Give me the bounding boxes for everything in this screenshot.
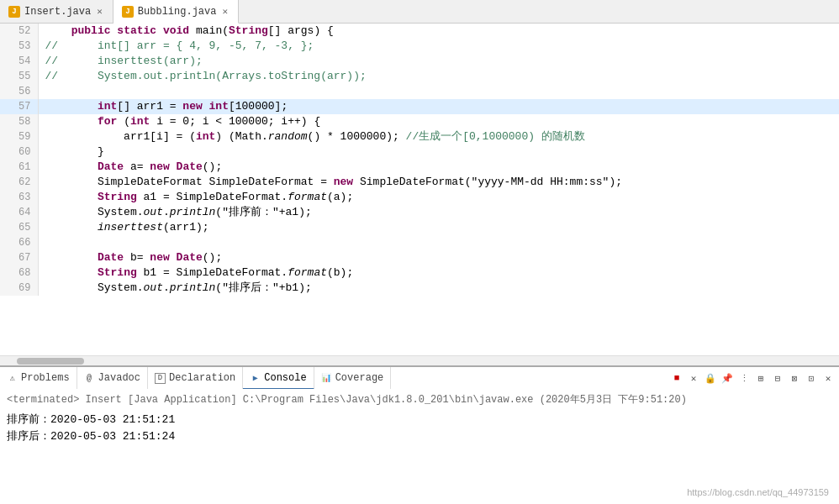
menu-btn[interactable]: ⋮ (736, 370, 752, 386)
line-number: 60 (0, 144, 38, 160)
java-icon: J (8, 6, 20, 18)
code-content (38, 235, 839, 250)
stop-btn[interactable]: ■ (669, 370, 684, 386)
code-content: Date b= new Date(); (38, 250, 839, 265)
horizontal-scrollbar[interactable] (0, 355, 839, 365)
console-icon: ▶ (250, 372, 261, 383)
javadoc-icon: @ (84, 373, 95, 384)
code-content: public static void main(String[] args) { (38, 24, 839, 39)
console-output-2: 排序后：2020-05-03 21:51:24 (7, 428, 832, 445)
line-number: 61 (0, 160, 38, 175)
declaration-icon: D (155, 373, 166, 384)
tab-insert[interactable]: J Insert.java ✕ (0, 0, 113, 23)
tab-bubbling[interactable]: J Bubbling.java ✕ (113, 0, 239, 24)
code-content: // int[] arr = { 4, 9, -5, 7, -3, }; (38, 39, 839, 54)
tab-console-label: Console (264, 372, 306, 384)
line-number: 53 (0, 39, 38, 54)
code-content: SimpleDateFormat SimpleDateFormat = new … (38, 175, 839, 190)
line-number: 65 (0, 220, 38, 235)
tab-bubbling-close[interactable]: ✕ (220, 6, 230, 17)
tab-console[interactable]: ▶ Console (243, 367, 314, 390)
pin-btn[interactable]: 📌 (720, 370, 735, 386)
code-content: arr1[i] = (int) (Math.random() * 1000000… (38, 129, 839, 144)
scroll-lock-btn[interactable]: 🔒 (703, 370, 718, 386)
bottom-panel: ⚠ Problems @ Javadoc D Declaration ▶ Con… (0, 365, 839, 504)
line-number: 66 (0, 235, 38, 250)
layout3-btn[interactable]: ⊠ (787, 370, 802, 386)
code-content: for (int i = 0; i < 100000; i++) { (38, 114, 839, 129)
line-number: 55 (0, 69, 38, 84)
tab-javadoc[interactable]: @ Javadoc (77, 367, 148, 389)
line-number: 59 (0, 129, 38, 144)
close-panel-btn[interactable]: ✕ (821, 370, 836, 386)
clear-btn[interactable]: ✕ (686, 370, 701, 386)
code-content: inserttest(arr1); (38, 220, 839, 235)
line-number: 68 (0, 265, 38, 281)
code-content: int[] arr1 = new int[100000]; (38, 99, 839, 114)
line-number: 63 (0, 190, 38, 205)
code-content: // System.out.println(Arrays.toString(ar… (38, 69, 839, 84)
code-content (38, 84, 839, 99)
line-number: 57 (0, 99, 38, 114)
tab-bar: J Insert.java ✕ J Bubbling.java ✕ (0, 0, 839, 24)
code-content: Date a= new Date(); (38, 160, 839, 175)
watermark: https://blog.csdn.net/qq_44973159 (687, 487, 829, 497)
code-content: System.out.println("排序后："+b1); (38, 281, 839, 296)
tab-insert-close[interactable]: ✕ (95, 6, 104, 17)
code-content: // inserttest(arr); (38, 54, 839, 69)
scrollbar-thumb[interactable] (17, 358, 84, 365)
line-number: 58 (0, 114, 38, 129)
line-number: 56 (0, 84, 38, 99)
java-icon-2: J (122, 6, 134, 18)
tab-bubbling-label: Bubbling.java (138, 6, 217, 18)
tab-insert-label: Insert.java (24, 6, 91, 18)
layout4-btn[interactable]: ⊡ (804, 370, 819, 386)
console-terminated: <terminated> Insert [Java Application] C… (7, 392, 832, 407)
tab-declaration[interactable]: D Declaration (148, 367, 243, 389)
line-number: 52 (0, 24, 38, 39)
bottom-tab-row: ⚠ Problems @ Javadoc D Declaration ▶ Con… (0, 367, 839, 389)
bottom-toolbar: ■ ✕ 🔒 📌 ⋮ ⊞ ⊟ ⊠ ⊡ ✕ (669, 367, 839, 389)
code-table: 52 public static void main(String[] args… (0, 24, 839, 296)
tab-problems-label: Problems (21, 372, 70, 384)
code-content: String b1 = SimpleDateFormat.format(b); (38, 265, 839, 281)
problems-icon: ⚠ (7, 373, 18, 384)
line-number: 67 (0, 250, 38, 265)
tab-problems[interactable]: ⚠ Problems (0, 367, 77, 389)
code-content: } (38, 144, 839, 160)
code-content: System.out.println("排序前："+a1); (38, 205, 839, 220)
tab-coverage-label: Coverage (335, 372, 384, 384)
code-content: String a1 = SimpleDateFormat.format(a); (38, 190, 839, 205)
tab-declaration-label: Declaration (169, 372, 235, 384)
code-area: 52 public static void main(String[] args… (0, 24, 839, 365)
layout1-btn[interactable]: ⊞ (753, 370, 768, 386)
tab-javadoc-label: Javadoc (98, 372, 140, 384)
code-scroll[interactable]: 52 public static void main(String[] args… (0, 24, 839, 355)
layout2-btn[interactable]: ⊟ (770, 370, 785, 386)
coverage-icon: 📊 (321, 373, 332, 384)
line-number: 64 (0, 205, 38, 220)
line-number: 54 (0, 54, 38, 69)
tab-coverage[interactable]: 📊 Coverage (314, 367, 392, 389)
console-output-1: 排序前：2020-05-03 21:51:21 (7, 412, 832, 428)
line-number: 69 (0, 281, 38, 296)
line-number: 62 (0, 175, 38, 190)
